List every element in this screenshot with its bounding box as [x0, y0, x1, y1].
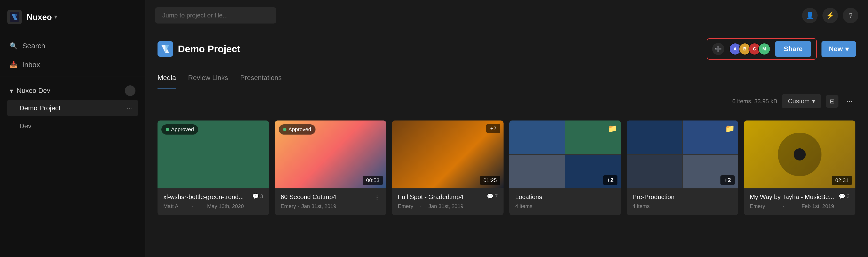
duration-badge-item6: 02:31 — [832, 176, 852, 185]
view-toggle-button[interactable]: ⊞ — [826, 95, 838, 108]
sidebar-item-demo-project[interactable]: Demo Project ⋯ — [7, 99, 138, 116]
sidebar-item-search[interactable]: 🔍 Search — [0, 36, 145, 55]
card-date-item2: Jan 31st, 2019 — [301, 203, 336, 209]
sidebar-section-header[interactable]: ▾ Nuxeo Dev ＋ — [7, 82, 138, 99]
music-disc — [778, 133, 822, 176]
card-info-row-item3: Full Spot - Graded.mp4 Emery · Jan 31st,… — [398, 193, 498, 209]
media-card-item4[interactable]: +2 📁 Locations 4 items — [509, 120, 621, 215]
add-project-button[interactable]: ＋ — [125, 85, 135, 96]
media-card-item5[interactable]: +2 📁 Pre-Production 4 items — [627, 120, 738, 215]
approved-badge-item2: Approved — [279, 124, 315, 135]
card-info-item3: Full Spot - Graded.mp4 Emery · Jan 31st,… — [392, 189, 503, 214]
avatar-group: A B C M — [729, 43, 770, 55]
card-author-item2: Emery — [281, 203, 296, 209]
pp-cell-3 — [627, 155, 682, 189]
card-dot-item1: · — [192, 203, 193, 209]
card-comments-item3: 💬 7 — [487, 193, 498, 200]
tab-review-links[interactable]: Review Links — [188, 67, 228, 89]
folder-icon-item5: 📁 — [725, 124, 735, 133]
app-chevron-icon: ▾ — [54, 14, 57, 20]
sidebar-item-dev[interactable]: Dev — [7, 118, 138, 134]
new-label: New — [829, 45, 843, 53]
add-user-button[interactable]: ➕ — [712, 43, 724, 55]
media-grid: Approved xl-wshsr-bottle-green-trend... … — [145, 113, 868, 223]
tab-presentations[interactable]: Presentations — [240, 67, 282, 89]
card-author-item6: Emery — [750, 203, 765, 209]
comment-icon-item1: 💬 — [252, 193, 259, 200]
project-header: Demo Project ➕ A B C M Share New ▾ — [145, 31, 868, 67]
card-more-item2[interactable]: ⋮ — [374, 193, 380, 201]
card-title-item1: xl-wshsr-bottle-green-trend... — [163, 193, 244, 201]
card-info-item1: xl-wshsr-bottle-green-trend... Matt A · … — [157, 189, 269, 214]
card-title-group-item2: 60 Second Cut.mp4 Emery · Jan 31st, 2019 — [281, 193, 336, 209]
card-author-item3: Emery — [398, 203, 413, 209]
music-disc-center — [794, 148, 806, 161]
card-info-row-item1: xl-wshsr-bottle-green-trend... Matt A · … — [163, 193, 263, 209]
new-button[interactable]: New ▾ — [822, 41, 856, 57]
user-icon-button[interactable]: 👤 — [802, 8, 817, 23]
project-more-icon[interactable]: ⋯ — [126, 104, 133, 112]
card-info-item4: Locations 4 items — [509, 189, 621, 215]
share-button[interactable]: Share — [775, 41, 811, 57]
section-chevron-icon: ▾ — [10, 87, 13, 95]
card-dot-item2: · — [298, 203, 299, 209]
inbox-icon: 📥 — [10, 61, 18, 68]
sort-button[interactable]: Custom ▾ — [782, 94, 821, 108]
card-info-item5: Pre-Production 4 items — [627, 189, 738, 215]
media-toolbar: 6 items, 33.95 kB Custom ▾ ⊞ ⋯ — [145, 89, 868, 113]
card-author-item1: Matt A — [163, 203, 178, 209]
comment-count-item3: 7 — [495, 193, 498, 200]
sidebar-item-inbox[interactable]: 📥 Inbox — [0, 55, 145, 74]
card-thumbnail-item6: 02:31 — [744, 120, 856, 189]
plus-overlay-item4: +2 — [603, 175, 617, 185]
search-input[interactable] — [155, 7, 276, 24]
search-icon: 🔍 — [10, 42, 18, 50]
card-thumbnail-item4: +2 📁 — [509, 120, 621, 189]
card-comments-item1: 💬 3 — [252, 193, 263, 200]
app-title[interactable]: Nuxeo ▾ — [27, 12, 57, 22]
card-info-item6: My Way by Tayha - MusicBe... Emery · Feb… — [744, 189, 856, 214]
media-card-item2[interactable]: Approved 00:53 60 Second Cut.mp4 Emery ·… — [275, 120, 386, 215]
card-sublabel-item5: 4 items — [632, 203, 732, 209]
card-dot-item3: · — [420, 203, 422, 209]
nuxeo-logo — [7, 10, 22, 24]
section-title-label: Nuxeo Dev — [17, 87, 51, 94]
loc-cell-1 — [509, 120, 565, 154]
sidebar-header: Nuxeo ▾ — [0, 0, 145, 34]
card-title-group-item3: Full Spot - Graded.mp4 Emery · Jan 31st,… — [398, 193, 463, 209]
card-title-item3: Full Spot - Graded.mp4 — [398, 193, 463, 201]
card-meta-item6: Emery · Feb 1st, 2019 — [750, 203, 834, 209]
card-meta-item2: Emery · Jan 31st, 2019 — [281, 203, 336, 209]
sidebar-nav: 🔍 Search 📥 Inbox — [0, 34, 145, 77]
approved-dot-icon — [166, 128, 169, 131]
project-logo — [157, 41, 173, 57]
approved-dot-icon-2 — [283, 128, 286, 131]
card-meta-item3: Emery · Jan 31st, 2019 — [398, 203, 463, 209]
card-date-item1: May 13th, 2020 — [207, 203, 244, 209]
comment-count-item6: 3 — [847, 193, 849, 200]
card-thumbnail-item1: Approved — [157, 120, 269, 189]
approved-label-item1: Approved — [171, 126, 194, 133]
card-thumbnail-item5: +2 📁 — [627, 120, 738, 189]
duration-badge-item2: 00:53 — [363, 176, 383, 185]
extra-count-item3: +2 — [490, 125, 496, 132]
media-card-item3[interactable]: +2 01:25 Full Spot - Graded.mp4 Emery · … — [392, 120, 503, 215]
pp-cell-1 — [627, 120, 682, 154]
approved-label-item2: Approved — [288, 126, 311, 133]
media-card-item1[interactable]: Approved xl-wshsr-bottle-green-trend... … — [157, 120, 269, 215]
more-options-button[interactable]: ⋯ — [843, 95, 856, 108]
help-icon-button[interactable]: ? — [843, 8, 858, 23]
loc-cell-3 — [509, 155, 565, 189]
share-area: ➕ A B C M Share — [707, 38, 817, 60]
approved-badge-item1: Approved — [161, 124, 198, 135]
card-title-group-item1: xl-wshsr-bottle-green-trend... Matt A · … — [163, 193, 244, 209]
card-dot-item6: · — [783, 203, 784, 209]
notifications-icon-button[interactable]: ⚡ — [823, 8, 838, 23]
card-info-row-item6: My Way by Tayha - MusicBe... Emery · Feb… — [750, 193, 849, 209]
tab-media[interactable]: Media — [157, 67, 176, 89]
folder-icon-item4: 📁 — [608, 124, 617, 133]
media-card-item6[interactable]: 02:31 My Way by Tayha - MusicBe... Emery… — [744, 120, 856, 215]
plus-overlay-item5: +2 — [720, 175, 735, 185]
card-date-item6: Feb 1st, 2019 — [802, 203, 834, 209]
card-title-group-item6: My Way by Tayha - MusicBe... Emery · Feb… — [750, 193, 834, 209]
